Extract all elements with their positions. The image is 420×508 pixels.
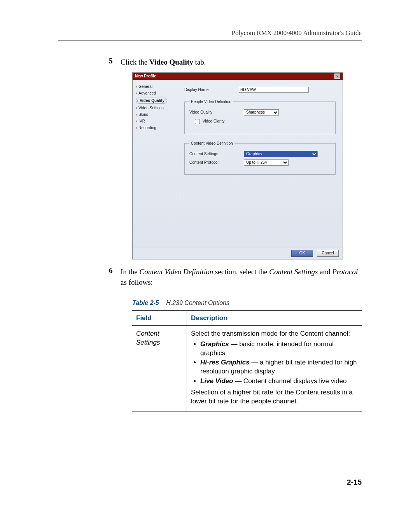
group-people-video-definition: People Video Definition Video Quality: S…: [184, 100, 336, 134]
content-settings-label: Content Settings:: [189, 152, 244, 156]
step-5-number: 5: [109, 57, 121, 65]
sidebar-item-ivr[interactable]: ›IVR: [135, 118, 175, 124]
step-5: 5 Click the Video Quality tab.: [109, 57, 362, 68]
table-caption: Table 2-5 H.239 Content Options: [132, 300, 362, 307]
desc-intro: Select the transmission mode for the Con…: [191, 329, 358, 338]
dialog-new-profile: New Profile x ›General ›Advanced ›Video …: [132, 72, 343, 259]
video-clarity-label: Video Clarity: [203, 119, 225, 123]
display-name-input[interactable]: [239, 87, 309, 93]
chevron-right-icon: ›: [136, 119, 137, 123]
sidebar-item-general[interactable]: ›General: [135, 84, 175, 89]
sidebar-item-video-settings[interactable]: ›Video Settings: [135, 105, 175, 111]
display-name-label: Display Name:: [184, 88, 239, 92]
header-guide-title: Polycom RMX 2000/4000 Administrator's Gu…: [58, 29, 362, 37]
desc-bullet-3: Live Video — Content channel displays li…: [200, 377, 358, 386]
video-quality-select[interactable]: Sharpness: [244, 109, 279, 116]
group-people-legend: People Video Definition: [189, 100, 233, 104]
sidebar-item-advanced[interactable]: ›Advanced: [135, 90, 175, 96]
sidebar-label-advanced: Advanced: [138, 91, 156, 95]
step-6-i3: Protocol: [332, 268, 358, 276]
dialog-title: New Profile: [135, 74, 156, 78]
step-5-post: tab.: [193, 58, 206, 66]
step-6-text: In the Content Video Definition section,…: [121, 266, 362, 288]
chevron-right-icon: ›: [137, 98, 138, 103]
sidebar-label-general: General: [138, 84, 152, 89]
dialog-sidebar: ›General ›Advanced ›Video Quality ›Video…: [133, 80, 177, 247]
ok-button[interactable]: OK: [291, 250, 313, 257]
sidebar-item-video-quality[interactable]: ›Video Quality: [135, 97, 175, 104]
content-protocol-select[interactable]: Up to H.264: [244, 159, 289, 166]
page-number: 2-15: [347, 478, 362, 487]
step-5-pre: Click the: [121, 58, 149, 66]
desc-bullet-2: Hi-res Graphics — a higher bit rate inte…: [200, 358, 358, 376]
step-5-text: Click the Video Quality tab.: [121, 57, 206, 68]
video-quality-label: Video Quality:: [189, 110, 244, 114]
chevron-right-icon: ›: [136, 112, 137, 117]
step-6-t3: and: [318, 268, 332, 276]
dialog-main: Display Name: People Video Definition Vi…: [177, 80, 343, 247]
dialog-button-bar: OK Cancel: [133, 247, 343, 259]
content-protocol-label: Content Protocol:: [189, 160, 244, 165]
desc-outro: Selection of a higher bit rate for the C…: [191, 388, 358, 406]
group-content-legend: Content Video Definition: [189, 141, 234, 145]
table-head-field: Field: [132, 311, 187, 326]
chevron-right-icon: ›: [136, 126, 137, 130]
dialog-titlebar: New Profile x: [133, 73, 343, 80]
options-table: Field Description Content Settings Selec…: [132, 310, 362, 412]
cancel-button[interactable]: Cancel: [317, 250, 339, 257]
group-content-video-definition: Content Video Definition Content Setting…: [184, 141, 336, 175]
sidebar-label-video-quality: Video Quality: [140, 98, 164, 103]
header-rule: [58, 40, 362, 41]
step-6-number: 6: [109, 266, 121, 275]
term-livevideo-text: — Content channel displays live video: [233, 377, 346, 385]
desc-bullet-list: Graphics — basic mode, intended for norm…: [191, 340, 358, 386]
step-6-i1: Content Video Definition: [140, 268, 214, 276]
table-row-field: Content Settings: [132, 325, 187, 412]
step-5-bold: Video Quality: [149, 58, 193, 66]
desc-bullet-1: Graphics — basic mode, intended for norm…: [200, 340, 358, 358]
term-hires: Hi-res Graphics: [200, 359, 250, 366]
step-6-t1: In the: [121, 268, 140, 276]
step-6-t2: section, select the: [213, 268, 269, 276]
step-6-t4: as follows:: [121, 278, 153, 286]
step-6-i2: Content Settings: [269, 268, 318, 276]
sidebar-item-recording[interactable]: ›Recording: [135, 125, 175, 131]
sidebar-label-skins: Skins: [138, 112, 148, 117]
chevron-right-icon: ›: [136, 84, 137, 89]
table-row-description: Select the transmission mode for the Con…: [187, 325, 362, 412]
table-number: Table 2-5: [132, 300, 159, 306]
content-settings-select[interactable]: Graphics: [244, 151, 318, 157]
term-livevideo: Live Video: [200, 377, 233, 385]
sidebar-item-skins[interactable]: ›Skins: [135, 112, 175, 117]
chevron-right-icon: ›: [136, 106, 137, 110]
video-clarity-checkbox[interactable]: [195, 119, 200, 124]
table-row: Content Settings Select the transmission…: [132, 325, 362, 412]
chevron-right-icon: ›: [136, 91, 137, 95]
close-icon[interactable]: x: [334, 74, 340, 79]
sidebar-label-video-settings: Video Settings: [138, 106, 163, 110]
step-6: 6 In the Content Video Definition sectio…: [109, 266, 362, 288]
sidebar-label-recording: Recording: [138, 126, 156, 130]
sidebar-label-ivr: IVR: [138, 119, 145, 123]
term-graphics: Graphics: [200, 340, 229, 348]
table-head-description: Description: [187, 311, 362, 326]
table-title: H.239 Content Options: [166, 300, 229, 306]
